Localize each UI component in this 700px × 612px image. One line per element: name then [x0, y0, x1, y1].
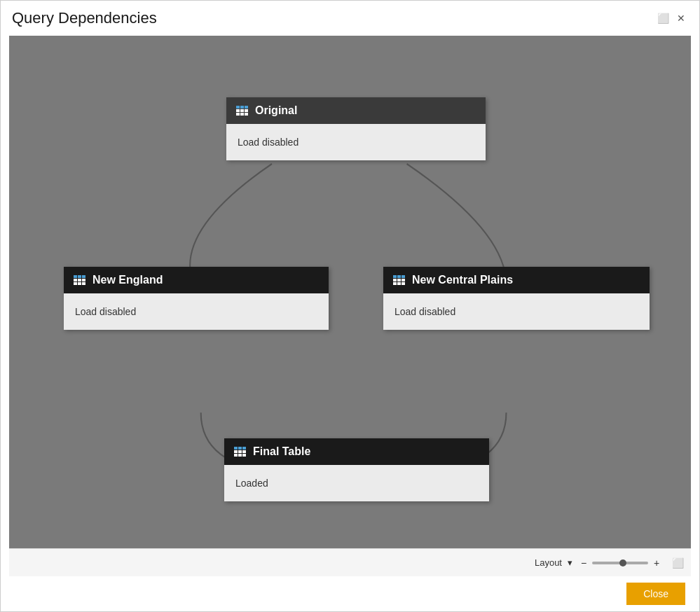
node-new-central-plains[interactable]: New Central Plains Load disabled — [383, 267, 650, 330]
zoom-slider[interactable] — [592, 562, 648, 564]
node-original-status: Load disabled — [238, 137, 298, 148]
node-final-table-title: Final Table — [253, 445, 310, 458]
dialog-window: Query Dependencies ⬜ ✕ — [0, 0, 700, 612]
node-final-table[interactable]: Final Table Loaded — [224, 438, 489, 501]
close-button[interactable]: Close — [626, 583, 685, 605]
node-original-header: Original — [226, 97, 486, 124]
node-new-central-plains-header: New Central Plains — [383, 267, 650, 293]
node-new-england-body: Load disabled — [64, 293, 329, 330]
node-new-england-title: New England — [92, 274, 163, 286]
node-new-england-header: New England — [64, 267, 329, 293]
node-new-central-plains-status: Load disabled — [394, 306, 455, 317]
node-final-table-header: Final Table — [224, 438, 489, 465]
node-new-central-plains-title: New Central Plains — [412, 274, 513, 286]
fullscreen-button[interactable]: ⬜ — [672, 557, 684, 569]
layout-label: Layout — [535, 557, 562, 568]
zoom-minus-button[interactable]: − — [578, 557, 589, 569]
bottom-bar: Close — [1, 576, 699, 611]
zoom-plus-button[interactable]: + — [651, 557, 662, 569]
zoom-slider-thumb — [619, 559, 626, 566]
table-icon-final-table — [234, 447, 246, 457]
dialog-title: Query Dependencies — [12, 9, 157, 27]
node-original-title: Original — [255, 104, 297, 117]
close-window-button[interactable]: ✕ — [674, 11, 688, 25]
node-original[interactable]: Original Load disabled — [226, 97, 486, 160]
table-icon-original — [236, 106, 248, 116]
dependency-canvas: Original Load disabled New England Load … — [9, 36, 691, 548]
table-icon-new-central-plains — [393, 275, 405, 285]
node-final-table-status: Loaded — [235, 478, 268, 489]
restore-button[interactable]: ⬜ — [656, 11, 670, 25]
layout-dropdown[interactable]: ▾ — [568, 557, 572, 568]
node-new-central-plains-body: Load disabled — [383, 293, 650, 330]
dropdown-arrow-icon: ▾ — [568, 557, 572, 568]
toolbar: Layout ▾ − + ⬜ — [9, 548, 691, 576]
zoom-controls: − + — [578, 557, 662, 569]
title-bar: Query Dependencies ⬜ ✕ — [1, 1, 699, 33]
node-new-england[interactable]: New England Load disabled — [64, 267, 329, 330]
node-new-england-status: Load disabled — [75, 306, 136, 317]
table-icon-new-england — [74, 275, 85, 285]
window-controls: ⬜ ✕ — [656, 11, 688, 25]
node-final-table-body: Loaded — [224, 465, 489, 501]
node-original-body: Load disabled — [226, 124, 486, 160]
